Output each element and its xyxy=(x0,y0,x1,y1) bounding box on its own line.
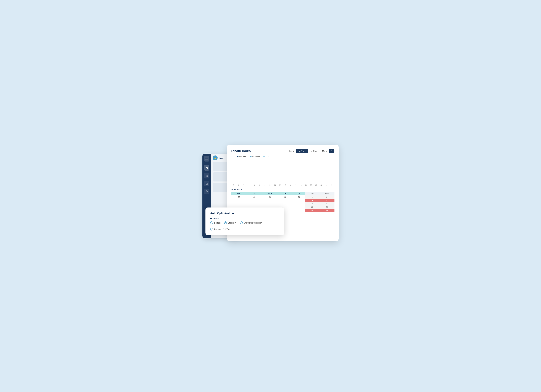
calendar-cell[interactable]: 31 xyxy=(293,195,305,199)
calendar-cell[interactable] xyxy=(262,199,278,202)
calendar-cell[interactable]: 29 xyxy=(305,209,319,212)
grid-icon xyxy=(205,174,208,177)
svg-rect-2 xyxy=(206,176,207,177)
calendar-cell[interactable] xyxy=(231,202,247,205)
calendar-cell[interactable] xyxy=(293,209,305,212)
legend-casual: Casual xyxy=(263,156,271,158)
calendar-cell[interactable]: 2 xyxy=(319,195,334,199)
radio-budget[interactable]: Budget xyxy=(210,221,220,224)
labour-hours-header: Labour Hours Hours by Type by Role More … xyxy=(231,149,334,153)
tab-dropdown-button[interactable]: ▼ xyxy=(329,149,334,153)
svg-rect-0 xyxy=(206,175,207,176)
radio-workforce-circle xyxy=(240,221,243,224)
calendar-cell[interactable]: 22 xyxy=(305,205,319,209)
chart-x-label: 17 xyxy=(293,184,298,186)
calendar-cell[interactable] xyxy=(278,199,293,202)
calendar-header-row: MON TUE WED THU FRI SAT SUN xyxy=(231,192,334,195)
chart-x-label: 11 xyxy=(262,184,267,186)
col-tue: TUE xyxy=(247,192,262,195)
parttime-dot xyxy=(250,156,251,158)
calendar-cell[interactable]: 28 xyxy=(247,195,262,199)
sidebar-icon-2[interactable] xyxy=(204,173,209,178)
calendar-cell[interactable]: 8 xyxy=(305,199,319,202)
calendar-cell[interactable] xyxy=(293,202,305,205)
chart-x-label: 23 xyxy=(324,184,328,186)
chart-x-label: 21 xyxy=(314,184,318,186)
calendar-cell[interactable] xyxy=(262,202,278,205)
radio-efficiency[interactable]: Efficiency xyxy=(224,221,236,224)
calendar-cell[interactable] xyxy=(231,199,247,202)
calendar-row: 272829303112 xyxy=(231,195,334,199)
popup-title: Auto Optimisation xyxy=(210,212,279,215)
chart-x-label: 19 xyxy=(304,184,308,186)
hamburger-menu[interactable] xyxy=(204,156,209,162)
hamburger-line-3 xyxy=(205,160,208,160)
calendar-cell[interactable]: 30 xyxy=(278,195,293,199)
calendar-cell[interactable] xyxy=(293,199,305,202)
section-title: Labour Hours xyxy=(231,149,251,153)
sidebar-icon-4[interactable] xyxy=(204,189,209,194)
calendar-cell[interactable]: 30 xyxy=(319,209,334,212)
calendar-cell[interactable]: 9 xyxy=(319,199,334,202)
casual-label: Casual xyxy=(266,156,271,158)
bar-chart: 56789101112131415161718192021222324 xyxy=(231,160,334,187)
parttime-label: Part-time xyxy=(252,156,260,158)
radio-balance[interactable]: Balance of all Three xyxy=(210,228,232,230)
scene: 🌙 jahan Labour Hours Hours by Type by Ro… xyxy=(203,145,339,247)
calendar-cell[interactable]: 16 xyxy=(319,202,334,205)
chart-legend: Full-time Part-time Casual xyxy=(231,156,334,158)
calendar-cell[interactable]: 27 xyxy=(231,195,247,199)
radio-group: Budget Efficiency Workforce Utilisation … xyxy=(210,221,279,230)
chart-x-label: 10 xyxy=(257,184,261,186)
col-thu: THU xyxy=(278,192,293,195)
chart-x-label: 16 xyxy=(288,184,292,186)
logo-circle: 🌙 xyxy=(213,155,218,160)
chart-x-label: 24 xyxy=(329,184,334,186)
radio-balance-label: Balance of all Three xyxy=(214,228,232,230)
calendar-row: 89 xyxy=(231,199,334,202)
col-mon: MON xyxy=(231,192,247,195)
tab-more[interactable]: More xyxy=(320,149,329,153)
svg-point-8 xyxy=(207,191,208,191)
hamburger-line-2 xyxy=(205,159,208,159)
chart-x-label: 6 xyxy=(237,184,241,186)
calendar-cell[interactable]: 23 xyxy=(319,205,334,209)
calendar-cell[interactable] xyxy=(278,202,293,205)
svg-point-7 xyxy=(206,191,207,191)
calendar-icon xyxy=(205,182,208,185)
radio-workforce[interactable]: Workforce Utilisation xyxy=(240,221,262,224)
radio-efficiency-label: Efficiency xyxy=(228,222,236,224)
chart-x-label: 14 xyxy=(278,184,282,186)
chart-x-label: 18 xyxy=(299,184,303,186)
fulltime-dot xyxy=(237,156,239,158)
sidebar-icon-3[interactable] xyxy=(204,181,209,186)
col-sun: SUN xyxy=(319,192,334,195)
radio-workforce-label: Workforce Utilisation xyxy=(244,222,262,224)
calendar-cell[interactable]: 29 xyxy=(262,195,278,199)
radio-balance-circle xyxy=(210,228,213,230)
calendar-cell[interactable] xyxy=(247,202,262,205)
hamburger-line-1 xyxy=(205,158,208,158)
chart-x-label: 22 xyxy=(319,184,323,186)
chart-x-label: 13 xyxy=(273,184,277,186)
sidebar-home-icon[interactable] xyxy=(204,165,209,171)
col-wed: WED xyxy=(262,192,278,195)
calendar-row: 1516 xyxy=(231,202,334,205)
radio-efficiency-circle xyxy=(224,221,227,224)
home-icon xyxy=(205,167,208,169)
calendar-cell[interactable] xyxy=(293,205,305,209)
tab-hours[interactable]: Hours xyxy=(286,149,296,153)
calendar-cell[interactable]: 15 xyxy=(305,202,319,205)
auto-optimisation-popup: Auto Optimisation Objective Budget Effic… xyxy=(205,208,284,235)
calendar-cell[interactable]: 1 xyxy=(305,195,319,199)
calendar-cell[interactable] xyxy=(247,199,262,202)
tab-by-type[interactable]: by Type xyxy=(296,149,308,153)
fulltime-label: Full-time xyxy=(239,156,246,158)
chart-x-label: 9 xyxy=(252,184,256,186)
casual-dot xyxy=(263,156,265,158)
chart-x-label: 15 xyxy=(283,184,287,186)
users-icon xyxy=(205,190,208,193)
dotted-reference-line xyxy=(231,163,334,163)
chart-x-label: 20 xyxy=(309,184,313,186)
tab-by-role[interactable]: by Role xyxy=(308,149,320,153)
